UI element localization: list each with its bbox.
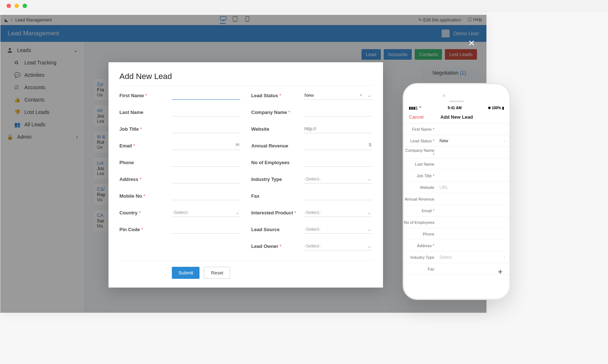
- website-input[interactable]: [304, 124, 372, 133]
- phone-field-row[interactable]: Company Name: [404, 147, 509, 158]
- field-email: Email✉: [119, 141, 240, 150]
- field-company_name: Company Name: [251, 108, 372, 116]
- field-annual_rev: Annual Revenue$: [251, 141, 372, 150]
- employees-label: No of Employees: [251, 160, 304, 165]
- phone-nav-title: Add New Lead: [440, 114, 473, 120]
- chevron-down-icon: ⌄: [236, 210, 240, 215]
- reset-button[interactable]: Reset: [204, 267, 230, 279]
- pin_code-input[interactable]: [172, 225, 240, 234]
- fax-label: Fax: [251, 193, 304, 199]
- field-website: Website: [251, 124, 372, 133]
- product-select[interactable]: -Select-⌄: [304, 208, 372, 217]
- first_name-label: First Name: [119, 93, 172, 98]
- annual_rev-label: Annual Revenue: [251, 143, 304, 149]
- phone-field-label: Annual Revenue: [404, 197, 438, 201]
- first_name-input[interactable]: [172, 91, 240, 100]
- phone-field-row[interactable]: Address: [404, 240, 509, 252]
- phone-field-row[interactable]: WebsiteURL: [404, 182, 509, 193]
- phone-cancel-button[interactable]: Cancel: [409, 114, 423, 120]
- phone-field-label: Address: [404, 244, 438, 248]
- last_name-input[interactable]: [172, 108, 240, 116]
- field-phone: Phone: [119, 158, 240, 167]
- field-address: Address: [119, 175, 240, 183]
- field-industry: Industry Type-Select-⌄: [251, 175, 372, 183]
- chevron-down-icon: ⌄: [367, 176, 371, 182]
- phone-field-label: Job Title: [404, 174, 438, 178]
- phone-field-label: First Name: [404, 127, 438, 131]
- minimize-dot[interactable]: [15, 4, 19, 8]
- email-input[interactable]: [172, 141, 240, 150]
- modal-actions: Submit Reset: [119, 261, 372, 279]
- phone-field-label: Company Name: [404, 148, 438, 157]
- product-label: Interested Product: [251, 210, 304, 215]
- field-mobile_no: Mobile No: [119, 191, 240, 200]
- field-last_name: Last Name: [119, 108, 240, 116]
- phone-field-value: Select: [438, 255, 504, 260]
- phone-field-row[interactable]: Fax: [404, 263, 509, 275]
- field-product: Interested Product-Select-⌄: [251, 208, 372, 217]
- company_name-input[interactable]: [304, 108, 372, 116]
- field-lead_status: Lead StatusNew×⌄: [251, 91, 372, 100]
- phone-field-label: Lead Status: [404, 139, 438, 143]
- field-first_name: First Name: [119, 91, 240, 100]
- phone-field-row[interactable]: No of Employees: [404, 217, 509, 228]
- battery-icon: ✱ 100% ▮: [488, 106, 504, 110]
- phone-field-row[interactable]: Email: [404, 205, 509, 217]
- phone-form: First NameLead StatusNew›Company NameLas…: [404, 123, 509, 275]
- chevron-down-icon: ⌄: [367, 92, 371, 98]
- address-input[interactable]: [172, 175, 240, 183]
- close-dot[interactable]: [7, 4, 11, 8]
- submit-button[interactable]: Submit: [172, 267, 200, 279]
- add-fab-icon[interactable]: ＋: [496, 266, 504, 277]
- field-fax: Fax: [251, 191, 372, 200]
- phone-field-row[interactable]: Annual Revenue: [404, 193, 509, 205]
- fax-input[interactable]: [304, 191, 372, 200]
- phone-field-label: Fax: [404, 267, 438, 271]
- phone-field-row[interactable]: Last Name: [404, 158, 509, 170]
- mac-titlebar: [0, 0, 608, 12]
- company_name-label: Company Name: [251, 110, 304, 115]
- phone-field-row[interactable]: Job Title: [404, 170, 509, 182]
- phone-field-row[interactable]: Industry TypeSelect›: [404, 252, 509, 263]
- email-label: Email: [119, 143, 172, 149]
- lead_status-label: Lead Status: [251, 93, 304, 98]
- phone-label: Phone: [119, 160, 172, 165]
- phone-field-row[interactable]: Phone: [404, 228, 509, 240]
- source-select[interactable]: -Select-⌄: [304, 225, 372, 234]
- phone-field-row[interactable]: First Name: [404, 123, 509, 135]
- chevron-down-icon: ⌄: [367, 243, 371, 249]
- employees-input[interactable]: [304, 158, 372, 167]
- chevron-right-icon: ›: [504, 255, 509, 260]
- lead_status-select[interactable]: New×⌄: [304, 91, 372, 100]
- job_title-input[interactable]: [172, 124, 240, 133]
- phone-field-row[interactable]: Lead StatusNew›: [404, 135, 509, 147]
- phone-field-label: Website: [404, 185, 438, 190]
- zoom-dot[interactable]: [23, 4, 27, 8]
- phone-field-value: URL: [438, 185, 509, 190]
- owner-select[interactable]: -Select-⌄: [304, 242, 372, 250]
- phone-speaker: [449, 100, 464, 102]
- mobile_no-label: Mobile No: [119, 193, 172, 199]
- chevron-right-icon: ›: [504, 139, 509, 143]
- field-source: Lead Source-Select-⌄: [251, 225, 372, 234]
- close-icon[interactable]: ×: [468, 37, 475, 49]
- phone-notch: [404, 84, 509, 104]
- signal-icon: ▮▮▮▯ ⌃: [409, 106, 422, 110]
- clear-icon[interactable]: ×: [359, 92, 362, 98]
- phone-field-value: New: [438, 138, 504, 143]
- source-label: Lead Source: [251, 227, 304, 232]
- field-pin_code: Pin Code: [119, 225, 240, 234]
- modal-title: Add New Lead: [119, 72, 372, 86]
- phone-status-bar: ▮▮▮▯ ⌃ 9:41 AM ✱ 100% ▮: [404, 104, 509, 111]
- chevron-down-icon: ⌄: [367, 210, 371, 215]
- phone-field-label: Phone: [404, 232, 438, 236]
- mobile_no-input[interactable]: [172, 191, 240, 200]
- field-job_title: Job Title: [119, 124, 240, 133]
- country-select[interactable]: -Select-⌄: [172, 208, 240, 217]
- phone-nav-bar: Cancel Add New Lead: [404, 111, 509, 123]
- chevron-down-icon: ⌄: [367, 226, 371, 232]
- annual_rev-input[interactable]: [304, 141, 372, 150]
- website-label: Website: [251, 126, 304, 132]
- industry-select[interactable]: -Select-⌄: [304, 175, 372, 183]
- phone-input[interactable]: [172, 158, 240, 167]
